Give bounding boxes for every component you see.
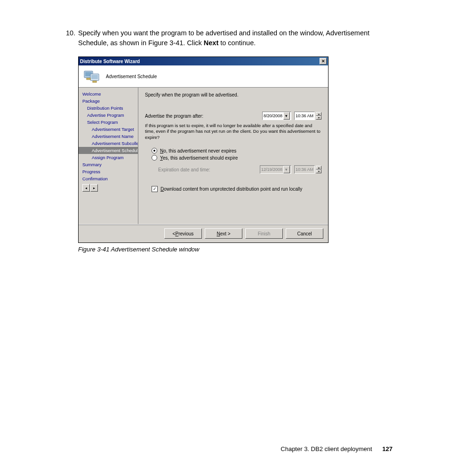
figure-caption: Figure 3-41 Advertisement Schedule windo…	[78, 246, 393, 253]
page-footer: Chapter 3. DB2 client deployment 127	[281, 445, 393, 452]
wizard-icon	[83, 68, 101, 84]
svg-rect-5	[93, 81, 96, 82]
wizard-header: Advertisement Schedule	[79, 65, 328, 88]
sidebar-item-distribution-points[interactable]: Distribution Points	[79, 105, 138, 112]
chevron-right-icon: ▸	[93, 186, 95, 190]
expire-note: If this program is set to expire, it wil…	[145, 123, 321, 140]
download-label: Download content from unprotected distri…	[160, 186, 302, 192]
expiration-date-picker: 12/19/2008 ▾	[260, 165, 291, 174]
close-icon: ✕	[321, 59, 325, 64]
expiration-time-picker: 10:36 AM	[294, 165, 315, 174]
sidebar-item-advertisement-name[interactable]: Advertisement Name	[79, 133, 138, 140]
step-10: 10. Specify when you want the program to…	[66, 28, 393, 48]
svg-rect-4	[87, 78, 90, 80]
expiration-date-value: 12/19/2008	[261, 167, 282, 172]
previous-button[interactable]: < Previous	[164, 228, 202, 239]
sidebar-item-select-program[interactable]: Select Program	[79, 119, 138, 126]
radio-no-label: No, this advertisement never expires	[160, 148, 236, 153]
advertise-time-value: 10:36 AM	[296, 113, 313, 118]
sidebar-item-assign-program[interactable]: Assign Program	[79, 154, 138, 161]
spin-down-icon: ▾	[316, 169, 321, 173]
step-number: 10.	[66, 28, 78, 48]
expiration-date-dropdown: ▾	[283, 166, 290, 173]
next-button[interactable]: Next >	[205, 228, 242, 239]
sidebar-item-package[interactable]: Package	[79, 97, 138, 105]
finish-button: Finish	[245, 228, 283, 239]
expiration-label: Expiration date and time:	[158, 167, 260, 172]
header-label: Advertisement Schedule	[106, 74, 157, 79]
sidebar-item-progress[interactable]: Progress	[79, 168, 138, 175]
chevron-down-icon: ▾	[285, 167, 288, 172]
time-spinner[interactable]: ▴ ▾	[316, 112, 321, 120]
radio-no-expire-row[interactable]: No, this advertisement never expires	[152, 148, 321, 153]
download-checkbox-row[interactable]: ✓ Download content from unprotected dist…	[152, 186, 321, 192]
sidebar-item-welcome[interactable]: Welcome	[79, 90, 138, 97]
scroll-right-button[interactable]: ▸	[90, 184, 98, 192]
close-button[interactable]: ✕	[320, 58, 327, 65]
chevron-down-icon: ▾	[285, 113, 288, 118]
sidebar-item-advertise-program[interactable]: Advertise Program	[79, 112, 138, 119]
cancel-button[interactable]: Cancel	[286, 228, 323, 239]
sidebar-item-summary[interactable]: Summary	[79, 161, 138, 168]
chapter-label: Chapter 3. DB2 client deployment	[281, 445, 372, 452]
wizard-panel: Specify when the program will be adverti…	[138, 88, 328, 224]
sidebar-scroll: ◂ ▸	[82, 184, 138, 192]
titlebar: Distribute Software Wizard ✕	[79, 57, 328, 65]
date-dropdown-button[interactable]: ▾	[283, 112, 290, 120]
page-number: 127	[382, 445, 393, 452]
svg-rect-3	[91, 75, 98, 79]
download-checkbox[interactable]: ✓	[152, 186, 158, 192]
sidebar-item-confirmation[interactable]: Confirmation	[79, 175, 138, 182]
advertise-date-picker[interactable]: 8/20/2008 ▾	[262, 112, 291, 120]
spin-up-icon: ▴	[316, 112, 321, 116]
expiration-time-spinner: ▴ ▾	[316, 166, 321, 173]
chevron-left-icon: ◂	[85, 186, 87, 190]
radio-yes-expire[interactable]	[152, 155, 157, 161]
wizard-sidebar: Welcome Package Distribution Points Adve…	[79, 88, 138, 224]
spin-down-icon: ▾	[316, 116, 321, 120]
spin-up-icon: ▴	[316, 166, 321, 169]
window-title: Distribute Software Wizard	[80, 59, 320, 64]
radio-no-expire[interactable]	[152, 148, 157, 153]
radio-yes-expire-row[interactable]: Yes, this advertisement should expire	[152, 155, 321, 161]
radio-yes-label: Yes, this advertisement should expire	[160, 155, 238, 161]
scroll-left-button[interactable]: ◂	[82, 184, 90, 192]
sidebar-item-advertisement-target[interactable]: Advertisement Target	[79, 126, 138, 133]
expiration-time-value: 10:36 AM	[296, 167, 313, 172]
advertise-after-row: Advertise the program after: 8/20/2008 ▾…	[145, 112, 321, 120]
expiration-row: Expiration date and time: 12/19/2008 ▾ 1…	[158, 165, 321, 174]
step-text: Specify when you want the program to be …	[78, 28, 393, 48]
wizard-window: Distribute Software Wizard ✕ Ad	[78, 56, 329, 243]
wizard-buttonbar: < Previous Next > Finish Cancel	[79, 224, 328, 242]
panel-description: Specify when the program will be adverti…	[145, 92, 321, 97]
advertise-date-value: 8/20/2008	[264, 113, 282, 118]
advertise-after-label: Advertise the program after:	[145, 113, 262, 119]
sidebar-item-advertisement-schedule[interactable]: Advertisement Schedule	[79, 147, 138, 154]
advertise-time-picker[interactable]: 10:36 AM	[294, 112, 315, 120]
sidebar-item-advertisement-subcollec[interactable]: Advertisement Subcollec	[79, 140, 138, 147]
